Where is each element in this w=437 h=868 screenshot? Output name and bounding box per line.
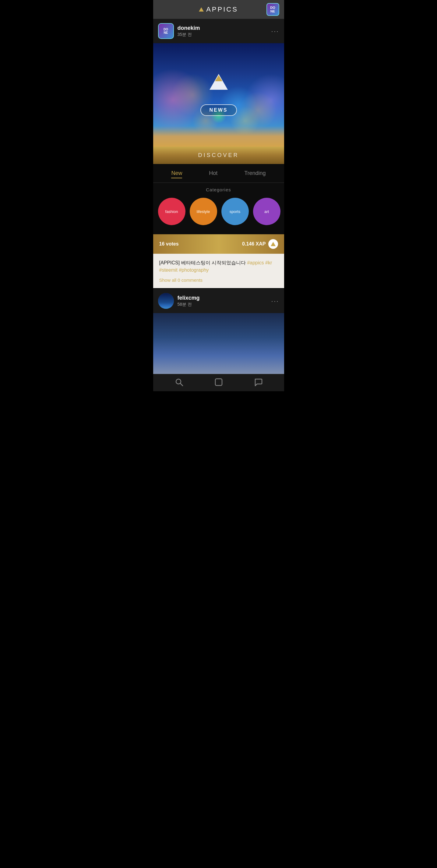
xap-amount: 0.146 XAP	[242, 239, 278, 249]
category-sports[interactable]: sports	[222, 198, 249, 225]
tabs-row: New Hot Trending	[153, 170, 284, 183]
category-art[interactable]: art	[253, 198, 281, 225]
top-nav: APPICS DONE	[153, 0, 284, 19]
hashtag-kr[interactable]: #kr	[265, 260, 272, 265]
svg-rect-2	[215, 379, 222, 385]
votes-count: 16 votes	[159, 241, 179, 247]
post-time: 35분 전	[178, 32, 200, 37]
caption-main-text: [APPICS] 베타테스팅이 시작되었습니다	[159, 260, 246, 265]
post2-more-options-button[interactable]: ···	[271, 298, 279, 305]
news-badge: NEWS	[200, 104, 237, 116]
avatar-image-2	[158, 293, 174, 309]
post2-time: 58분 전	[178, 302, 200, 307]
upvote-button[interactable]	[268, 239, 278, 249]
post2-image	[153, 313, 284, 374]
logo-triangle-white-icon	[209, 74, 228, 90]
category-lifestyle[interactable]: lifestyle	[190, 198, 217, 225]
post2-header: felixcmg 58분 전 ···	[153, 289, 284, 313]
category-fashion[interactable]: fashion	[158, 198, 185, 225]
hashtag-photography[interactable]: #photography	[179, 268, 209, 273]
post-caption: [APPICS] 베타테스팅이 시작되었습니다 #appics #kr #ste…	[153, 254, 284, 288]
news-logo-area: NEWS	[200, 74, 237, 116]
post2-user-info: felixcmg 58분 전	[178, 295, 200, 307]
discover-label: DISCOVER	[198, 152, 239, 158]
search-nav-item[interactable]	[175, 378, 183, 388]
votes-row: 16 votes 0.146 XAP	[153, 234, 284, 254]
done-badge-nav-text: DONE	[270, 6, 275, 13]
news-label: NEWS	[209, 107, 228, 113]
tabs-section: New Hot Trending	[153, 164, 284, 183]
show-comments-button[interactable]: Show all 0 comments	[159, 277, 278, 283]
app-title: APPICS	[199, 5, 238, 13]
bottom-nav	[153, 374, 284, 391]
avatar-2[interactable]	[158, 293, 174, 309]
categories-scroll[interactable]: fashion lifestyle sports art travel food	[153, 198, 284, 230]
feed-icon	[214, 378, 223, 388]
caption-text: [APPICS] 베타테스팅이 시작되었습니다 #appics #kr #ste…	[159, 259, 278, 274]
categories-label: Categories	[153, 187, 284, 192]
hashtag-appics[interactable]: #appics	[247, 260, 264, 265]
svg-line-1	[180, 383, 183, 386]
avatar[interactable]: DONE	[158, 23, 174, 39]
avatar-text: DONE	[164, 28, 168, 34]
logo-triangle-icon	[199, 7, 204, 11]
feed-nav-item[interactable]	[214, 378, 223, 388]
categories-section: Categories fashion lifestyle sports art …	[153, 183, 284, 234]
post-user-info: donekim 35분 전	[178, 25, 200, 37]
post-username[interactable]: donekim	[178, 25, 200, 31]
tab-trending[interactable]: Trending	[244, 170, 266, 178]
done-badge-nav[interactable]: DONE	[266, 3, 279, 16]
app-name: APPICS	[206, 5, 238, 13]
post1-image: NEWS	[153, 43, 284, 147]
comment-icon	[254, 378, 263, 388]
discover-banner: DISCOVER	[153, 147, 284, 164]
tab-new[interactable]: New	[171, 170, 182, 178]
hashtag-steemit[interactable]: #steemit	[159, 268, 178, 273]
post2-username[interactable]: felixcmg	[178, 295, 200, 301]
post1-header: DONE donekim 35분 전 ···	[153, 19, 284, 43]
comments-nav-item[interactable]	[254, 378, 263, 388]
logo-triangle-gold-icon	[215, 75, 222, 81]
tab-hot[interactable]: Hot	[209, 170, 217, 178]
more-options-button[interactable]: ···	[271, 28, 279, 35]
search-icon	[175, 378, 183, 388]
